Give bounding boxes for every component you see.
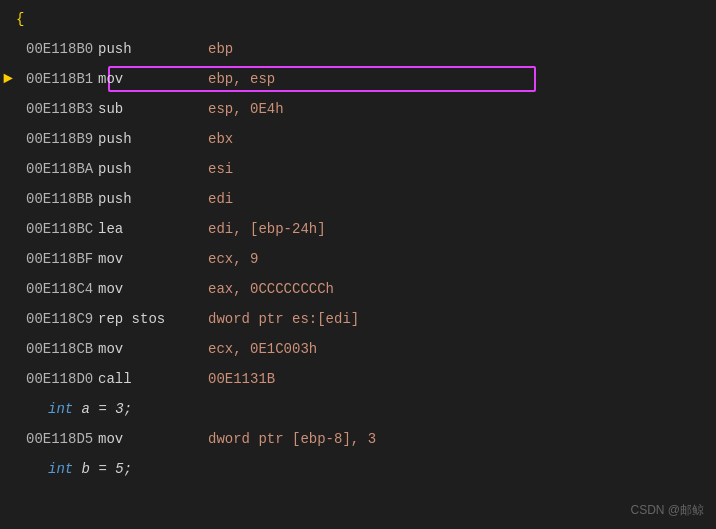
- address-00E118BA: 00E118BA: [8, 161, 98, 177]
- code-line-00E118BA: 00E118BA push esi: [0, 154, 716, 184]
- source-line-b: int b = 5;: [0, 454, 716, 484]
- mnemonic-call: call: [98, 371, 208, 387]
- operands-ebp-esp: ebp, esp: [208, 71, 275, 87]
- mnemonic-push-ebx: push: [98, 131, 208, 147]
- address-00E118BB: 00E118BB: [8, 191, 98, 207]
- code-line-00E118B3: 00E118B3 sub esp, 0E4h: [0, 94, 716, 124]
- address-00E118C9: 00E118C9: [8, 311, 98, 327]
- code-container: { 00E118B0 push ebp ► 00E118B1 mov ebp, …: [0, 0, 716, 529]
- operands-eax-cc: eax, 0CCCCCCCCh: [208, 281, 334, 297]
- address-00E118D0: 00E118D0: [8, 371, 98, 387]
- code-line-00E118BF: 00E118BF mov ecx, 9: [0, 244, 716, 274]
- watermark: CSDN @邮鲸: [630, 502, 704, 519]
- code-line-00E118D0: 00E118D0 call 00E1131B: [0, 364, 716, 394]
- address-00E118BF: 00E118BF: [8, 251, 98, 267]
- mnemonic-mov-ecx-c003: mov: [98, 341, 208, 357]
- code-line-00E118CB: 00E118CB mov ecx, 0E1C003h: [0, 334, 716, 364]
- keyword-int-b: int: [48, 461, 73, 477]
- mnemonic-mov-ecx: mov: [98, 251, 208, 267]
- code-line-00E118B1: ► 00E118B1 mov ebp, esp: [0, 64, 716, 94]
- mnemonic-push-ebp: push: [98, 41, 208, 57]
- address-00E118B9: 00E118B9: [8, 131, 98, 147]
- mnemonic-push-edi: push: [98, 191, 208, 207]
- address-00E118B3: 00E118B3: [8, 101, 98, 117]
- code-line-00E118B9: 00E118B9 push ebx: [0, 124, 716, 154]
- source-line-a: int a = 3;: [0, 394, 716, 424]
- operands-call: 00E1131B: [208, 371, 275, 387]
- code-line-00E118D5: 00E118D5 mov dword ptr [ebp-8], 3: [0, 424, 716, 454]
- operands-sub: esp, 0E4h: [208, 101, 284, 117]
- mnemonic-mov-ebp-esp: mov: [98, 71, 208, 87]
- code-line-00E118B0: 00E118B0 push ebp: [0, 34, 716, 64]
- address-00E118B1: 00E118B1: [8, 71, 98, 87]
- address-00E118B0: 00E118B0: [8, 41, 98, 57]
- operands-ecx-9: ecx, 9: [208, 251, 258, 267]
- brace-line: {: [0, 4, 716, 34]
- source-text-b: b = 5;: [73, 461, 132, 477]
- code-line-00E118BB: 00E118BB push edi: [0, 184, 716, 214]
- source-int-b: int b = 5;: [8, 461, 132, 477]
- keyword-int-a: int: [48, 401, 73, 417]
- operands-esi: esi: [208, 161, 233, 177]
- address-00E118BC: 00E118BC: [8, 221, 98, 237]
- mnemonic-sub: sub: [98, 101, 208, 117]
- mnemonic-mov-dword: mov: [98, 431, 208, 447]
- operands-rep-stos: dword ptr es:[edi]: [208, 311, 359, 327]
- address-00E118CB: 00E118CB: [8, 341, 98, 357]
- operands-ebp: ebp: [208, 41, 233, 57]
- code-line-00E118BC: 00E118BC lea edi, [ebp-24h]: [0, 214, 716, 244]
- source-int-a: int a = 3;: [8, 401, 132, 417]
- operands-ebx: ebx: [208, 131, 233, 147]
- mnemonic-rep-stos: rep stos: [98, 311, 208, 327]
- address-00E118C4: 00E118C4: [8, 281, 98, 297]
- mnemonic-lea: lea: [98, 221, 208, 237]
- source-text-a: a = 3;: [73, 401, 132, 417]
- operands-ecx-c003: ecx, 0E1C003h: [208, 341, 317, 357]
- code-line-00E118C9: 00E118C9 rep stos dword ptr es:[edi]: [0, 304, 716, 334]
- arrow-indicator: ►: [0, 70, 16, 88]
- mnemonic-push-esi: push: [98, 161, 208, 177]
- operands-lea: edi, [ebp-24h]: [208, 221, 326, 237]
- address-00E118D5: 00E118D5: [8, 431, 98, 447]
- operands-edi: edi: [208, 191, 233, 207]
- code-line-00E118C4: 00E118C4 mov eax, 0CCCCCCCCh: [0, 274, 716, 304]
- operands-mov-dword: dword ptr [ebp-8], 3: [208, 431, 376, 447]
- open-brace: {: [8, 11, 24, 27]
- mnemonic-mov-eax: mov: [98, 281, 208, 297]
